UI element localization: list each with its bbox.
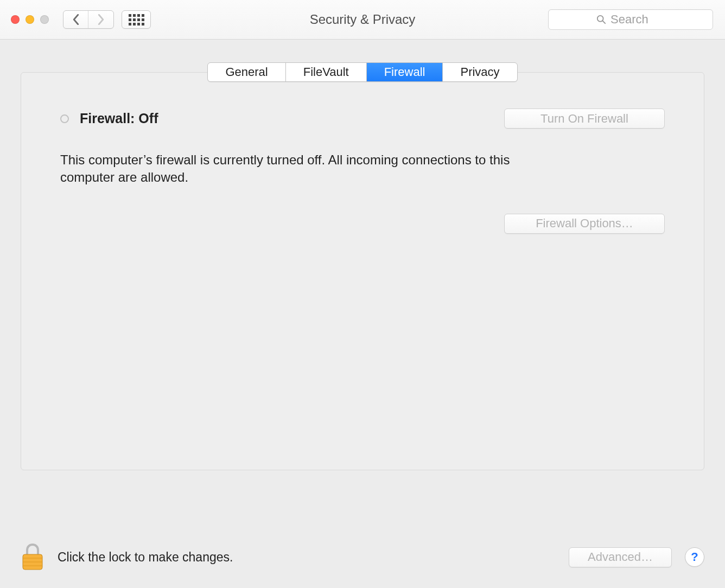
firewall-panel: Firewall: Off Turn On Firewall This comp… [21, 72, 704, 470]
svg-line-1 [603, 21, 606, 24]
turn-on-firewall-button: Turn On Firewall [504, 108, 665, 129]
firewall-options-button: Firewall Options… [504, 214, 665, 234]
tab-firewall[interactable]: Firewall [367, 63, 443, 81]
tab-privacy[interactable]: Privacy [443, 63, 517, 81]
svg-point-0 [597, 16, 603, 22]
status-indicator-icon [60, 114, 69, 123]
show-all-button[interactable] [122, 10, 151, 29]
nav-buttons [63, 10, 114, 29]
minimize-window-button[interactable] [26, 15, 34, 24]
help-button[interactable]: ? [685, 547, 704, 567]
footer: Click the lock to make changes. Advanced… [21, 542, 704, 572]
forward-button [88, 11, 113, 28]
preferences-body: General FileVault Firewall Privacy Firew… [0, 40, 725, 470]
grid-icon [129, 14, 144, 25]
advanced-button: Advanced… [569, 547, 672, 567]
tab-general[interactable]: General [208, 63, 285, 81]
search-field[interactable] [548, 9, 713, 30]
firewall-options-row: Firewall Options… [60, 214, 665, 234]
lock-hint-label: Click the lock to make changes. [58, 550, 233, 565]
firewall-description: This computer’s firewall is currently tu… [60, 151, 543, 187]
firewall-status-row: Firewall: Off Turn On Firewall [60, 108, 665, 129]
titlebar: Security & Privacy [0, 0, 725, 40]
back-button[interactable] [63, 11, 88, 28]
tab-bar: General FileVault Firewall Privacy [21, 62, 704, 82]
chevron-right-icon [97, 14, 105, 25]
close-window-button[interactable] [11, 15, 20, 24]
chevron-left-icon [72, 14, 80, 25]
zoom-window-button [40, 15, 49, 24]
search-input[interactable] [610, 12, 665, 27]
lock-icon [21, 542, 44, 572]
search-icon [596, 15, 606, 24]
window-controls [11, 15, 49, 24]
tab-filevault[interactable]: FileVault [286, 63, 367, 81]
lock-button[interactable]: Click the lock to make changes. [21, 542, 233, 572]
firewall-status-label: Firewall: Off [80, 111, 158, 126]
